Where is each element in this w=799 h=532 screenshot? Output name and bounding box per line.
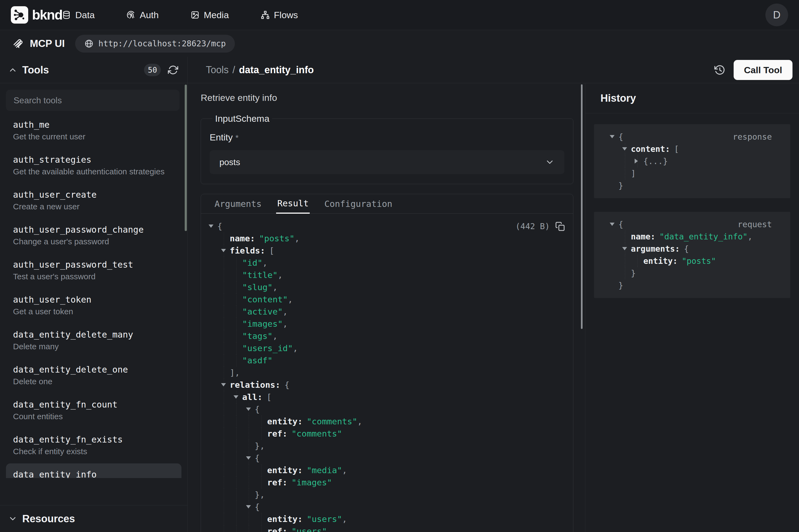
nav-item-flows[interactable]: Flows <box>261 10 298 20</box>
indent-guide <box>261 513 262 525</box>
indent-guide <box>236 257 236 269</box>
json-string: "media" <box>307 465 342 475</box>
indent-guide <box>224 476 224 489</box>
breadcrumb-separator: / <box>232 64 235 76</box>
indent-guide <box>224 428 224 440</box>
indent-guide <box>224 525 224 532</box>
nav-item-auth[interactable]: Auth <box>127 10 159 20</box>
json-punctuation: , <box>272 331 278 341</box>
json-line: name:"data_entity_info", <box>603 230 781 243</box>
chevron-down-icon <box>545 157 555 167</box>
collapse-toggle-icon[interactable] <box>221 383 226 386</box>
indent-guide <box>224 440 224 452</box>
history-entry-request[interactable]: {requestname:"data_entity_info",argument… <box>594 212 790 298</box>
json-key: entity: <box>267 417 303 426</box>
collapse-toggle-icon[interactable] <box>622 147 627 151</box>
mcp-url-pill[interactable]: http://localhost:28623/mcp <box>75 35 235 53</box>
collapse-toggle-icon[interactable] <box>610 223 614 226</box>
json-punctuation: , <box>293 343 298 353</box>
collapse-toggle-icon[interactable] <box>246 407 251 411</box>
entity-select[interactable]: posts <box>210 150 565 174</box>
tool-header-row: Tools / data_entity_info Call Tool <box>188 57 799 83</box>
collapse-toggle-icon[interactable] <box>209 225 213 228</box>
resources-section-header[interactable]: Resources <box>0 505 187 532</box>
json-key: all: <box>242 392 263 402</box>
indent-guide <box>224 501 224 513</box>
tool-list-item[interactable]: auth_user_password_testTest a user's pas… <box>6 253 182 287</box>
json-punctuation: [ <box>267 392 272 402</box>
user-avatar[interactable]: D <box>765 3 788 26</box>
entity-select-value: posts <box>220 157 240 167</box>
json-line: ref:"images" <box>201 476 573 489</box>
mcp-bar: MCP UI http://localhost:28623/mcp <box>0 30 799 57</box>
tool-list-item[interactable]: auth_strategiesGet the available authent… <box>6 149 182 183</box>
tool-name: data_entity_info <box>13 469 174 478</box>
indent-guide <box>236 476 236 489</box>
tab-arguments[interactable]: Arguments <box>213 194 263 213</box>
collapse-toggle-icon[interactable] <box>622 247 627 250</box>
tool-list-item[interactable]: auth_user_password_changeChange a user's… <box>6 218 182 252</box>
json-line: content:[ <box>603 143 781 155</box>
indent-guide <box>236 464 236 476</box>
json-line: name:"posts", <box>201 232 573 245</box>
sidebar-scrollbar[interactable] <box>185 84 187 231</box>
json-line: }, <box>201 440 573 452</box>
tool-name: auth_user_create <box>13 189 174 200</box>
input-schema-legend: InputSchema <box>212 113 272 124</box>
tools-section-header[interactable]: Tools 50 <box>0 57 187 83</box>
call-tool-button[interactable]: Call Tool <box>734 60 793 80</box>
tool-list-item[interactable]: data_entity_fn_countCount entities <box>6 394 182 428</box>
sidebar: Tools 50 auth_meGet the current userauth… <box>0 57 188 532</box>
json-string: "posts" <box>259 233 294 243</box>
bknd-logo-icon[interactable] <box>11 6 28 24</box>
tool-list-item[interactable]: auth_meGet the current user <box>6 114 182 148</box>
copy-icon[interactable] <box>555 222 565 231</box>
indent-guide <box>236 513 236 525</box>
nav-item-media[interactable]: Media <box>191 10 229 20</box>
json-punctuation: [ <box>674 144 679 154</box>
indent-guide <box>249 415 249 428</box>
search-input[interactable] <box>6 90 179 111</box>
collapse-toggle-icon[interactable] <box>221 249 226 252</box>
collapse-toggle-icon[interactable] <box>610 135 614 138</box>
indent-guide <box>236 306 236 318</box>
collapse-toggle-icon[interactable] <box>233 395 239 399</box>
history-entry-response[interactable]: {responsecontent:[{...}]} <box>594 124 790 198</box>
tool-name: auth_strategies <box>13 154 174 165</box>
top-navigation: bknd Data Auth <box>0 0 799 30</box>
indent-guide <box>236 293 236 306</box>
mcp-scribble-icon <box>12 37 24 50</box>
json-line: "title", <box>201 269 573 281</box>
main-scrollbar[interactable] <box>581 84 583 329</box>
indent-guide <box>224 257 224 269</box>
json-line: ], <box>201 366 573 379</box>
collapse-toggle-icon[interactable] <box>246 505 251 508</box>
indent-guide <box>236 415 236 428</box>
indent-guide <box>625 255 625 267</box>
refresh-icon[interactable] <box>168 65 178 75</box>
json-line: }, <box>201 489 573 501</box>
json-line: entity:"users", <box>201 513 573 525</box>
indent-guide <box>224 391 224 403</box>
tool-list-item[interactable]: data_entity_delete_manyDelete many <box>6 323 182 357</box>
indent-guide <box>236 452 236 464</box>
breadcrumb-root[interactable]: Tools <box>206 64 229 76</box>
json-key: name: <box>631 232 655 241</box>
nav-item-data[interactable]: Data <box>62 10 95 20</box>
expand-toggle-icon[interactable] <box>635 159 638 164</box>
tool-list-item[interactable]: data_entity_delete_oneDelete one <box>6 359 182 392</box>
tool-list-item[interactable]: auth_user_tokenGet a user token <box>6 288 182 322</box>
history-clock-icon[interactable] <box>714 64 725 76</box>
tool-list-item[interactable]: auth_user_createCreate a new user <box>6 184 182 217</box>
indent-guide <box>249 489 249 501</box>
json-line: { <box>201 501 573 513</box>
tool-list-item[interactable]: data_entity_fn_existsCheck if entity exi… <box>6 429 182 462</box>
tab-result[interactable]: Result <box>276 194 310 214</box>
json-line: {response <box>603 131 781 143</box>
tab-configuration[interactable]: Configuration <box>323 194 393 213</box>
tool-name: auth_user_password_test <box>13 259 174 270</box>
indent-guide <box>236 428 236 440</box>
tool-list-item[interactable]: data_entity_infoRetrieve entity info <box>6 463 182 478</box>
collapse-toggle-icon[interactable] <box>246 456 251 460</box>
mcp-title: MCP UI <box>30 38 65 49</box>
